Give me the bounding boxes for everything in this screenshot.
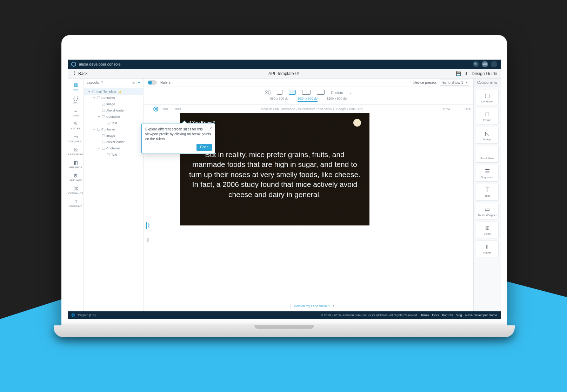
delete-icon[interactable]: 🗑 [132,81,135,85]
tree-row[interactable]: AlexaHeader [84,107,143,114]
resources-icon: ⎘ [74,147,77,153]
ruler-breakpoint-icon[interactable] [153,107,158,111]
components-panel: Components ▢Container□Frame◺Image≣Scroll… [473,79,501,311]
layouts-panel: Layouts ? 🗑 ✦ ▾mainTemplate◢▾ContainerIm… [84,79,144,311]
tree-row[interactable]: Image [84,101,143,107]
viewport-custom-label[interactable]: Custom [331,91,343,95]
component-pager[interactable]: ⦀Pager [476,241,499,257]
viewport-small-icon[interactable] [277,90,282,95]
language-label[interactable]: English (US) [78,313,96,317]
viewport-picker: Custom ⌄ 960 x 600 dp 1024 x 600 dp 1200… [144,87,473,105]
device-preset-select[interactable]: Echo Show 1 [440,80,469,86]
laptop-frame: alexa developer console 🔍 MM ⋮ 〈 Back AP… [61,35,507,337]
onboarding-tooltip: × Explore different screen sizes for thi… [141,123,215,154]
data-icon: ≡ [74,108,77,114]
ruler-description: Medium Hub Landscape (for exmaple: Echo … [193,105,431,113]
tree-row[interactable]: ▾mainTemplate◢ [84,88,143,95]
component-frame[interactable]: □Frame [476,108,499,125]
footer-bar: 🌐 English (US) © 2010 - 2019, Amazon.com… [68,311,501,319]
rail-onmount[interactable]: ⎍ONMOUNT [68,197,84,210]
copyright-text: © 2010 - 2019, Amazon.com, Inc. or its a… [321,313,418,317]
globe-icon: 🌐 [71,313,75,317]
horizontal-ruler[interactable]: 200 1024 Medium Hub Landscape (for exmap… [144,105,473,113]
rail-commands[interactable]: ⌘COMMANDS [68,184,84,197]
app-topbar: alexa developer console 🔍 MM ⋮ [68,60,501,69]
component-video[interactable]: ⎚Video [476,222,499,238]
back-chevron-icon[interactable]: 〈 [71,70,75,76]
braces-icon: { } [73,95,78,101]
tree-row[interactable]: ▾Container [84,114,143,120]
size-option-1[interactable]: 1024 x 600 dp [298,97,318,102]
layouts-header: Layouts [87,81,99,85]
tree-row[interactable]: Text [84,120,143,126]
viewport-large-icon[interactable] [302,90,311,95]
component-touch-wrapper[interactable]: ▭Touch Wrapper [476,203,499,219]
app-title: alexa developer console [79,62,121,66]
graphics-icon: ◧ [73,160,78,165]
component-sequence[interactable]: ☰Sequence [476,165,499,182]
tooltip-got-it-button[interactable]: Got it [196,144,212,151]
tree-row[interactable]: ▾Container [84,126,143,133]
onmount-icon: ⎍ [74,199,77,204]
device-presets-label: Device presets [413,81,436,85]
canvas-area: Rulers Device presets Echo Show 1 Cust [144,79,473,311]
component-scroll-view[interactable]: ≣Scroll View [476,146,499,163]
rail-document[interactable]: ▭DOCUMENT [68,132,84,145]
tree-row[interactable]: AlexaHeader [84,139,143,145]
footer-link-blog[interactable]: Blog [455,313,462,317]
gui-icon: ▦ [73,82,78,88]
rail-graphics[interactable]: ◧GRAPHICS [68,158,84,171]
search-icon[interactable]: 🔍 [473,61,479,67]
component-image[interactable]: ◺Image [476,127,499,144]
help-icon[interactable]: ? [101,81,103,85]
add-icon[interactable]: ✦ [138,81,140,85]
tree-row[interactable]: Text [84,151,143,158]
viewport-tv-icon[interactable] [317,90,325,95]
rail-styles[interactable]: ✎STYLES [68,119,84,132]
more-menu-icon[interactable]: ⋮ [491,61,497,67]
rail-apl[interactable]: { }APL [68,93,84,106]
subheader-bar: 〈 Back APL-template-01 💾 ⬇ Design Guide [68,69,501,79]
document-title: APL-template-01 [268,71,300,76]
design-guide-link[interactable]: Design Guide [472,71,497,76]
tree-row[interactable]: ▾Container [84,145,143,151]
rail-gui[interactable]: ▦GUI [68,80,84,93]
close-icon[interactable]: × [209,126,212,131]
tree-row[interactable]: Image [84,133,143,139]
rail-settings[interactable]: ⚙SETTINGS [68,171,84,184]
user-avatar[interactable]: MM [482,61,488,67]
gear-icon: ⚙ [73,173,78,178]
size-option-2[interactable]: 1200 x 800 dp [327,97,347,102]
preview-badge-icon [353,119,361,127]
document-icon: ▭ [73,134,78,140]
footer-link-terms[interactable]: Terms [421,313,429,317]
footer-link-forums[interactable]: Forums [442,313,453,317]
viewport-round-icon[interactable] [265,90,271,95]
tree-row[interactable]: ▾Container [84,95,143,101]
rail-resources[interactable]: ⎘RESOURCES [68,145,84,158]
components-header: Components [474,79,501,87]
footer-link-home[interactable]: Alexa Developer Home [465,313,497,317]
size-option-0[interactable]: 960 x 600 dp [270,97,288,102]
view-on-device-select[interactable]: View on my Echo Show 8 [291,303,336,309]
component-text[interactable]: TText [476,184,499,201]
download-icon[interactable]: ⬇ [465,71,468,76]
rulers-toggle[interactable] [148,80,157,85]
back-button[interactable]: Back [78,71,88,76]
component-container[interactable]: ▢Container [476,89,499,106]
footer-link-docs[interactable]: Docs [432,313,439,317]
preview-body-text: But in reality, mice prefer grains, frui… [188,150,361,200]
rulers-label: Rulers [160,81,171,85]
pencil-icon: ✎ [74,121,78,127]
save-icon[interactable]: 💾 [456,71,461,76]
chevron-down-icon[interactable]: ⌄ [349,91,352,94]
viewport-medium-icon[interactable] [289,90,296,95]
command-icon: ⌘ [73,186,78,191]
alexa-ring-icon [71,62,76,67]
left-rail: ▦GUI { }APL ≡DATA ✎STYLES ▭DOCUMENT ⎘RES… [68,79,84,311]
rail-data[interactable]: ≡DATA [68,106,84,119]
tooltip-text: Explore different screen sizes for this … [145,127,211,141]
